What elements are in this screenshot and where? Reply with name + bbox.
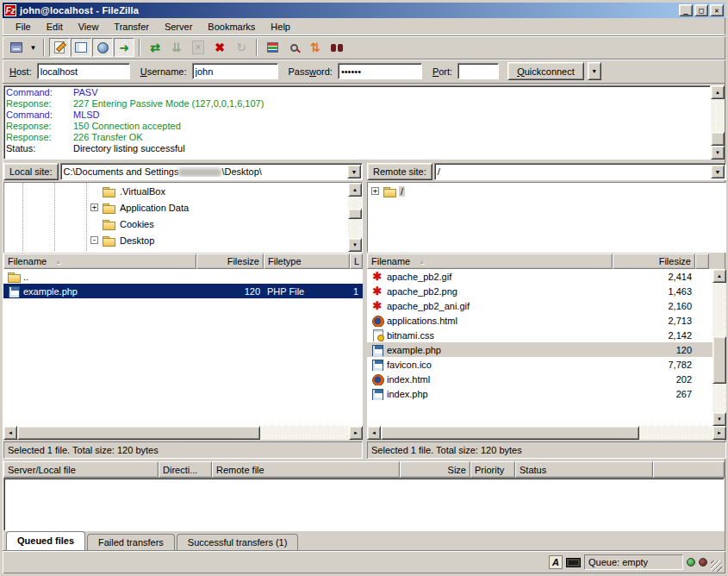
scroll-up-icon[interactable]: ▲ — [712, 269, 726, 283]
local-site-label: Local site: — [3, 163, 59, 180]
file-row[interactable]: applications.html 2,713 — [367, 313, 712, 328]
menu-bookmarks[interactable]: Bookmarks — [200, 19, 263, 34]
remote-directory-tree[interactable]: + / — [368, 183, 725, 252]
column-header-filesize[interactable]: Filesize — [196, 254, 264, 269]
file-row[interactable]: index.html 202 — [367, 372, 712, 386]
remote-horizontal-scrollbar[interactable]: ◄ ► — [367, 426, 726, 440]
site-manager-icon[interactable] — [6, 38, 27, 57]
chevron-down-icon[interactable]: ▼ — [711, 165, 725, 178]
tree-item-cookies[interactable]: Cookies — [4, 216, 348, 232]
tab-successful-transfers[interactable]: Successful transfers (1) — [177, 534, 299, 550]
port-input[interactable] — [457, 63, 499, 79]
menu-file[interactable]: File — [8, 19, 39, 34]
username-input[interactable] — [192, 63, 278, 79]
down-arrows-icon: ⇊ — [171, 41, 182, 53]
tree-item-virtualbox[interactable]: .VirtualBox — [4, 183, 348, 199]
column-header-priority[interactable]: Priority — [470, 461, 515, 478]
host-input[interactable] — [37, 63, 130, 79]
sort-ascending-icon: ▲ — [55, 259, 61, 265]
tab-failed-transfers[interactable]: Failed transfers — [87, 534, 175, 550]
menu-view[interactable]: View — [71, 19, 107, 34]
column-header-status[interactable]: Status — [515, 461, 653, 478]
scroll-right-icon[interactable]: ► — [349, 426, 363, 440]
scrollbar-thumb[interactable] — [348, 209, 362, 219]
local-horizontal-scrollbar[interactable]: ◄ ► — [3, 426, 363, 440]
scrollbar-thumb[interactable] — [711, 132, 725, 146]
tree-item-root[interactable]: + / — [368, 183, 725, 199]
local-directory-tree[interactable]: .VirtualBox +Application Data Cookies -D… — [4, 183, 348, 252]
toggle-queue-icon[interactable]: ➜ — [114, 38, 134, 57]
file-row[interactable]: ✱apache_pb2.gif 2,414 — [367, 269, 712, 284]
column-header-filename[interactable]: Filename▲ — [3, 254, 196, 269]
tab-queued-files[interactable]: Queued files — [6, 531, 85, 550]
disconnect-icon[interactable]: ✖ — [209, 38, 230, 57]
local-site-combobox[interactable]: C:\Documents and Settings\Desktop\ ▼ — [60, 163, 363, 180]
scroll-up-icon[interactable]: ▲ — [348, 183, 362, 197]
expand-icon[interactable]: + — [371, 187, 379, 195]
directory-filters-icon[interactable] — [262, 38, 283, 57]
activity-led-green-icon — [687, 558, 695, 567]
remote-site-combobox[interactable]: / ▼ — [434, 163, 726, 180]
menu-server[interactable]: Server — [157, 19, 200, 34]
remote-list-scrollbar[interactable]: ▲ ▼ — [712, 269, 726, 426]
scroll-left-icon[interactable]: ◄ — [367, 426, 381, 440]
quickconnect-button[interactable]: Quickconnect — [507, 62, 584, 80]
queue-list[interactable] — [3, 478, 725, 531]
tree-item-application-data[interactable]: +Application Data — [4, 199, 348, 216]
file-row[interactable]: favicon.ico 7,782 — [367, 357, 712, 372]
column-header-size[interactable]: Size — [400, 461, 470, 478]
menu-transfer[interactable]: Transfer — [106, 19, 157, 34]
file-row-parent-dir[interactable]: .. — [3, 269, 363, 284]
file-row-example-php[interactable]: example.php 120 PHP File 1 — [3, 284, 363, 298]
scroll-left-icon[interactable]: ◄ — [3, 426, 17, 440]
scroll-down-icon[interactable]: ▼ — [348, 238, 362, 252]
expand-icon[interactable]: + — [90, 203, 98, 211]
cancel-operation-icon[interactable]: ✕ — [188, 38, 208, 57]
column-header-filetype[interactable]: Filetype — [264, 254, 350, 269]
scroll-down-icon[interactable]: ▼ — [711, 146, 725, 160]
file-row[interactable]: ✱apache_pb2.png 1,463 — [367, 284, 712, 298]
reconnect-icon[interactable]: ↻ — [231, 38, 252, 57]
collapse-icon[interactable]: - — [90, 236, 98, 244]
scrollbar-thumb[interactable] — [381, 426, 639, 440]
column-header-lastmodified[interactable]: L — [350, 254, 363, 269]
site-manager-dropdown[interactable]: ▼ — [28, 38, 39, 57]
minimize-button[interactable]: _ — [679, 4, 693, 16]
file-row-example-php[interactable]: example.php 120 — [367, 342, 712, 357]
scroll-up-icon[interactable]: ▲ — [711, 85, 725, 99]
maximize-button[interactable]: □ — [694, 4, 708, 16]
column-header-filesize[interactable]: Filesize — [613, 254, 695, 269]
menu-help[interactable]: Help — [263, 19, 298, 34]
refresh-icon[interactable]: ⇄ — [145, 38, 165, 57]
chevron-down-icon[interactable]: ▼ — [347, 165, 361, 178]
scrollbar-thumb[interactable] — [712, 336, 726, 384]
folder-icon — [102, 235, 115, 247]
process-queue-icon[interactable]: ⇊ — [166, 38, 187, 57]
file-row[interactable]: ✱apache_pb2_ani.gif 2,160 — [367, 298, 712, 313]
password-input[interactable] — [338, 63, 422, 79]
quickconnect-dropdown[interactable]: ▼ — [588, 62, 601, 80]
directory-comparison-icon[interactable] — [283, 38, 304, 57]
log-scrollbar[interactable]: ▲ ▼ — [711, 85, 725, 160]
toggle-message-log-icon[interactable] — [49, 38, 70, 57]
file-row[interactable]: index.php 267 — [367, 386, 712, 401]
toggle-local-tree-icon[interactable] — [71, 38, 91, 57]
find-files-icon[interactable] — [327, 38, 347, 57]
file-row[interactable]: bitnami.css 2,142 — [367, 328, 712, 342]
local-tree-scrollbar[interactable]: ▲ ▼ — [348, 183, 362, 252]
scroll-right-icon[interactable]: ► — [712, 426, 726, 440]
menu-edit[interactable]: Edit — [39, 19, 71, 34]
scroll-down-icon[interactable]: ▼ — [712, 412, 726, 426]
column-header-remote-file[interactable]: Remote file — [212, 461, 400, 478]
column-header-server-local-file[interactable]: Server/Local file — [3, 461, 159, 478]
tree-item-desktop[interactable]: -Desktop — [4, 232, 348, 248]
column-header-direction[interactable]: Directi... — [159, 461, 212, 478]
scrollbar-thumb[interactable] — [17, 426, 260, 440]
local-site-row: Local site: C:\Documents and Settings\De… — [3, 162, 363, 181]
toggle-remote-tree-icon[interactable] — [92, 38, 113, 57]
local-files-rows: .. example.php 120 PHP File 1 — [3, 269, 363, 426]
synchronized-browsing-icon[interactable]: ⇅ — [305, 38, 326, 57]
resize-grip[interactable] — [711, 560, 722, 572]
column-header-filename[interactable]: Filename▲ — [367, 254, 613, 269]
close-button[interactable]: ✕ — [710, 4, 724, 16]
